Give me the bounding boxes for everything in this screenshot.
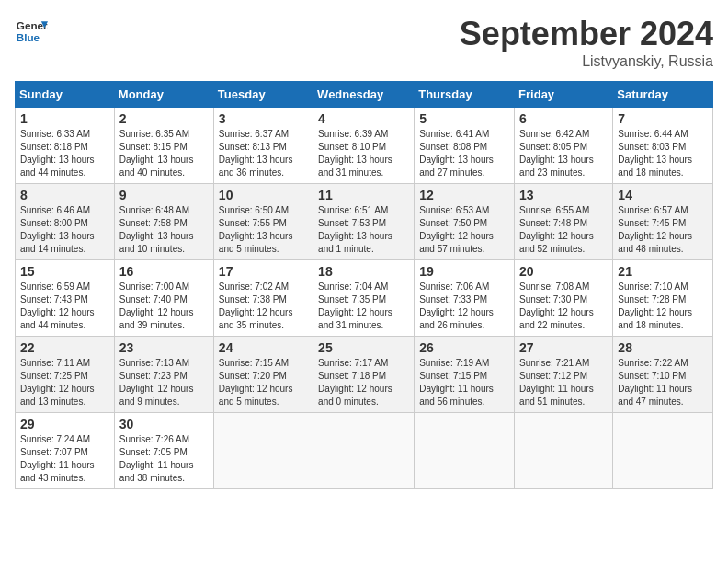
day-number: 2	[119, 111, 209, 126]
day-info: Sunrise: 7:13 AMSunset: 7:23 PMDaylight:…	[119, 357, 209, 408]
table-cell: 12Sunrise: 6:53 AMSunset: 7:50 PMDayligh…	[415, 184, 515, 260]
svg-text:Blue: Blue	[17, 31, 40, 43]
day-info: Sunrise: 7:10 AMSunset: 7:28 PMDaylight:…	[618, 281, 708, 332]
day-info: Sunrise: 6:57 AMSunset: 7:45 PMDaylight:…	[618, 204, 708, 256]
day-number: 12	[419, 188, 509, 202]
day-info: Sunrise: 6:42 AMSunset: 8:05 PMDaylight:…	[519, 128, 608, 179]
day-number: 19	[419, 264, 509, 279]
day-info: Sunrise: 6:55 AMSunset: 7:48 PMDaylight:…	[519, 204, 608, 256]
title-area: September 2024 Listvyanskiy, Russia	[460, 15, 713, 70]
day-number: 3	[219, 111, 308, 126]
day-number: 20	[519, 264, 608, 279]
day-info: Sunrise: 6:46 AMSunset: 8:00 PMDaylight:…	[20, 204, 109, 256]
table-cell	[415, 413, 515, 489]
day-number: 4	[318, 111, 409, 126]
svg-text:General: General	[17, 19, 48, 31]
day-number: 11	[318, 188, 409, 202]
calendar-row: 15Sunrise: 6:59 AMSunset: 7:43 PMDayligh…	[16, 260, 713, 337]
table-cell: 1Sunrise: 6:33 AMSunset: 8:18 PMDaylight…	[16, 108, 115, 184]
day-number: 28	[618, 340, 708, 355]
table-cell: 26Sunrise: 7:19 AMSunset: 7:15 PMDayligh…	[415, 337, 515, 413]
day-info: Sunrise: 7:26 AMSunset: 7:05 PMDaylight:…	[119, 433, 209, 485]
day-number: 21	[618, 264, 708, 279]
table-cell: 4Sunrise: 6:39 AMSunset: 8:10 PMDaylight…	[313, 108, 415, 184]
table-cell: 21Sunrise: 7:10 AMSunset: 7:28 PMDayligh…	[613, 260, 713, 337]
day-info: Sunrise: 6:50 AMSunset: 7:55 PMDaylight:…	[219, 204, 308, 256]
page-header: General Blue September 2024 Listvyanskiy…	[15, 15, 713, 70]
day-info: Sunrise: 6:59 AMSunset: 7:43 PMDaylight:…	[20, 281, 109, 332]
day-number: 16	[119, 264, 209, 279]
day-info: Sunrise: 7:11 AMSunset: 7:25 PMDaylight:…	[20, 357, 109, 408]
table-cell	[515, 413, 613, 489]
table-cell: 8Sunrise: 6:46 AMSunset: 8:00 PMDaylight…	[16, 184, 115, 260]
day-info: Sunrise: 6:44 AMSunset: 8:03 PMDaylight:…	[618, 128, 708, 179]
day-info: Sunrise: 7:04 AMSunset: 7:35 PMDaylight:…	[318, 281, 409, 332]
day-info: Sunrise: 7:15 AMSunset: 7:20 PMDaylight:…	[219, 357, 308, 408]
table-cell: 27Sunrise: 7:21 AMSunset: 7:12 PMDayligh…	[515, 337, 613, 413]
day-info: Sunrise: 6:41 AMSunset: 8:08 PMDaylight:…	[419, 128, 509, 179]
day-info: Sunrise: 7:19 AMSunset: 7:15 PMDaylight:…	[419, 357, 509, 408]
calendar-subtitle: Listvyanskiy, Russia	[460, 53, 713, 70]
table-cell: 22Sunrise: 7:11 AMSunset: 7:25 PMDayligh…	[16, 337, 115, 413]
day-info: Sunrise: 6:33 AMSunset: 8:18 PMDaylight:…	[20, 128, 109, 179]
col-monday: Monday	[114, 82, 213, 108]
day-number: 5	[419, 111, 509, 126]
day-number: 27	[519, 340, 608, 355]
col-friday: Friday	[515, 82, 613, 108]
table-cell: 25Sunrise: 7:17 AMSunset: 7:18 PMDayligh…	[313, 337, 415, 413]
day-number: 15	[20, 264, 109, 279]
table-cell: 11Sunrise: 6:51 AMSunset: 7:53 PMDayligh…	[313, 184, 415, 260]
table-cell: 23Sunrise: 7:13 AMSunset: 7:23 PMDayligh…	[114, 337, 213, 413]
calendar-row: 1Sunrise: 6:33 AMSunset: 8:18 PMDaylight…	[16, 108, 713, 184]
col-saturday: Saturday	[613, 82, 713, 108]
table-cell: 30Sunrise: 7:26 AMSunset: 7:05 PMDayligh…	[114, 413, 213, 489]
day-info: Sunrise: 7:02 AMSunset: 7:38 PMDaylight:…	[219, 281, 308, 332]
calendar-title: September 2024	[460, 15, 713, 53]
table-cell: 9Sunrise: 6:48 AMSunset: 7:58 PMDaylight…	[114, 184, 213, 260]
day-info: Sunrise: 7:06 AMSunset: 7:33 PMDaylight:…	[419, 281, 509, 332]
day-info: Sunrise: 6:37 AMSunset: 8:13 PMDaylight:…	[219, 128, 308, 179]
table-cell: 17Sunrise: 7:02 AMSunset: 7:38 PMDayligh…	[213, 260, 313, 337]
day-number: 9	[119, 188, 209, 202]
table-cell: 29Sunrise: 7:24 AMSunset: 7:07 PMDayligh…	[16, 413, 115, 489]
table-cell: 13Sunrise: 6:55 AMSunset: 7:48 PMDayligh…	[515, 184, 613, 260]
day-info: Sunrise: 7:22 AMSunset: 7:10 PMDaylight:…	[618, 357, 708, 408]
table-cell: 28Sunrise: 7:22 AMSunset: 7:10 PMDayligh…	[613, 337, 713, 413]
day-number: 29	[20, 417, 109, 431]
table-cell: 2Sunrise: 6:35 AMSunset: 8:15 PMDaylight…	[114, 108, 213, 184]
day-number: 1	[20, 111, 109, 126]
day-number: 23	[119, 340, 209, 355]
day-number: 13	[519, 188, 608, 202]
table-cell: 16Sunrise: 7:00 AMSunset: 7:40 PMDayligh…	[114, 260, 213, 337]
day-number: 8	[20, 188, 109, 202]
col-wednesday: Wednesday	[313, 82, 415, 108]
col-sunday: Sunday	[16, 82, 115, 108]
table-cell: 5Sunrise: 6:41 AMSunset: 8:08 PMDaylight…	[415, 108, 515, 184]
table-cell: 20Sunrise: 7:08 AMSunset: 7:30 PMDayligh…	[515, 260, 613, 337]
table-cell: 19Sunrise: 7:06 AMSunset: 7:33 PMDayligh…	[415, 260, 515, 337]
day-number: 25	[318, 340, 409, 355]
day-info: Sunrise: 6:48 AMSunset: 7:58 PMDaylight:…	[119, 204, 209, 256]
day-number: 17	[219, 264, 308, 279]
calendar-table: Sunday Monday Tuesday Wednesday Thursday…	[15, 81, 713, 489]
table-cell: 15Sunrise: 6:59 AMSunset: 7:43 PMDayligh…	[16, 260, 115, 337]
day-info: Sunrise: 6:35 AMSunset: 8:15 PMDaylight:…	[119, 128, 209, 179]
day-info: Sunrise: 7:24 AMSunset: 7:07 PMDaylight:…	[20, 433, 109, 485]
day-number: 10	[219, 188, 308, 202]
day-number: 14	[618, 188, 708, 202]
table-cell: 6Sunrise: 6:42 AMSunset: 8:05 PMDaylight…	[515, 108, 613, 184]
table-cell: 10Sunrise: 6:50 AMSunset: 7:55 PMDayligh…	[213, 184, 313, 260]
table-cell: 24Sunrise: 7:15 AMSunset: 7:20 PMDayligh…	[213, 337, 313, 413]
day-info: Sunrise: 7:21 AMSunset: 7:12 PMDaylight:…	[519, 357, 608, 408]
day-number: 7	[618, 111, 708, 126]
header-row: Sunday Monday Tuesday Wednesday Thursday…	[16, 82, 713, 108]
day-info: Sunrise: 7:00 AMSunset: 7:40 PMDaylight:…	[119, 281, 209, 332]
table-cell	[613, 413, 713, 489]
day-number: 18	[318, 264, 409, 279]
col-thursday: Thursday	[415, 82, 515, 108]
table-cell: 3Sunrise: 6:37 AMSunset: 8:13 PMDaylight…	[213, 108, 313, 184]
calendar-row: 29Sunrise: 7:24 AMSunset: 7:07 PMDayligh…	[16, 413, 713, 489]
table-cell	[313, 413, 415, 489]
day-info: Sunrise: 6:51 AMSunset: 7:53 PMDaylight:…	[318, 204, 409, 256]
day-number: 26	[419, 340, 509, 355]
